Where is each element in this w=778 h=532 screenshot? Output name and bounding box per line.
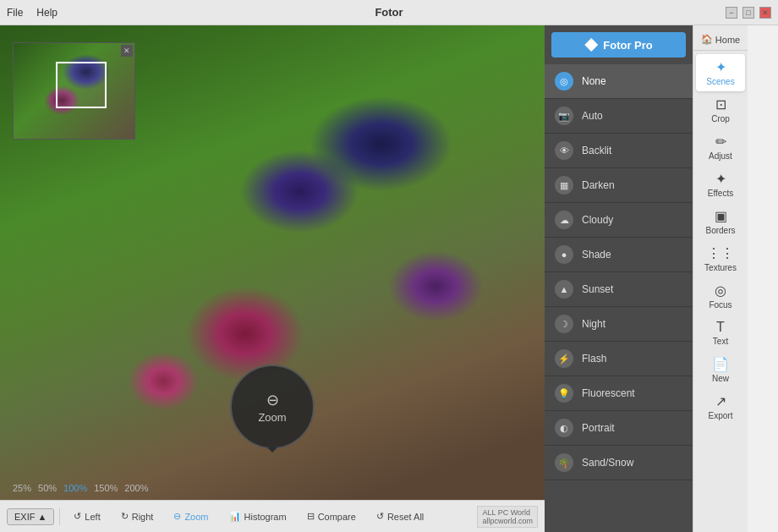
tool-icon-textures: ⋮⋮ <box>707 245 734 261</box>
menu-file[interactable]: File <box>7 7 23 19</box>
scene-label-none: None <box>582 75 606 87</box>
tool-label-crop: Crop <box>711 114 730 123</box>
scene-label-darken: Darken <box>582 179 615 191</box>
scene-icon-flash: ⚡ <box>555 349 573 368</box>
scene-icon-fluorescent: 💡 <box>555 384 573 403</box>
thumbnail-close-button[interactable]: ✕ <box>121 45 133 57</box>
canvas-image[interactable]: ✕ 25% 50% 100% 150% 200% ⊖ Zoom <box>0 25 545 500</box>
rotate-left-button[interactable]: ↺ Left <box>65 507 108 525</box>
zoom-25[interactable]: 25% <box>13 483 31 493</box>
scene-item-sandsnow[interactable]: 🌴Sand/Snow <box>545 446 693 480</box>
tool-icon-effects: ✦ <box>715 171 726 187</box>
tool-label-new: New <box>712 374 729 383</box>
title-bar: File Help Fotor − □ ✕ <box>0 0 778 25</box>
scene-icon-auto: 📷 <box>555 107 573 125</box>
scene-item-shade[interactable]: ●Shade <box>545 238 693 272</box>
home-icon: 🏠 <box>701 34 713 45</box>
compare-button[interactable]: ⊟ Compare <box>299 507 364 525</box>
zoom-thumbnail: ✕ <box>13 42 135 140</box>
tool-item-crop[interactable]: ⊡Crop <box>696 91 745 129</box>
scene-label-flash: Flash <box>582 353 606 365</box>
tool-item-textures[interactable]: ⋮⋮Textures <box>696 240 745 277</box>
scene-label-portrait: Portrait <box>582 422 615 434</box>
scene-item-sunset[interactable]: ▲Sunset <box>545 272 693 307</box>
scene-item-darken[interactable]: ▦Darken <box>545 168 693 203</box>
scene-label-auto: Auto <box>582 110 603 122</box>
tool-label-textures: Textures <box>704 263 737 272</box>
scene-icon-darken: ▦ <box>555 176 573 195</box>
bottom-toolbar: EXIF ▲ ↺ Left ↻ Right ⊖ Zoom 📊 Histogram… <box>0 500 545 532</box>
fotor-pro-button[interactable]: Fotor Pro <box>551 32 686 58</box>
scene-item-cloudy[interactable]: ☁Cloudy <box>545 203 693 238</box>
scene-label-sunset: Sunset <box>582 283 613 295</box>
fotor-pro-diamond-icon <box>584 38 598 52</box>
zoom-tooltip-icon: ⊖ <box>266 391 279 409</box>
tool-icon-new: 📄 <box>712 356 729 372</box>
tools-panel: 🏠 Home ✦Scenes⊡Crop✏Adjust✦Effects▣Borde… <box>693 25 748 532</box>
fotor-pro-label: Fotor Pro <box>603 39 653 52</box>
zoom-icon-toolbar: ⊖ <box>173 511 181 522</box>
zoom-50[interactable]: 50% <box>38 483 57 493</box>
exif-button[interactable]: EXIF ▲ <box>7 508 54 525</box>
scene-item-backlit[interactable]: 👁Backlit <box>545 134 693 168</box>
scene-item-none[interactable]: ◎None <box>545 64 693 99</box>
tool-icon-export: ↗ <box>715 393 726 409</box>
scenes-scroll-container[interactable]: ◎None📷Auto👁Backlit▦Darken☁Cloudy●Shade▲S… <box>545 64 693 532</box>
scene-icon-sandsnow: 🌴 <box>555 453 573 472</box>
scene-icon-cloudy: ☁ <box>555 211 573 229</box>
scene-item-auto[interactable]: 📷Auto <box>545 99 693 134</box>
scene-label-night: Night <box>582 318 605 330</box>
zoom-selection-box[interactable] <box>56 62 107 108</box>
minimize-button[interactable]: − <box>726 7 737 19</box>
scene-icon-none: ◎ <box>555 72 573 90</box>
tool-label-scenes: Scenes <box>706 77 734 86</box>
scene-icon-backlit: 👁 <box>555 141 573 160</box>
reset-label: Reset All <box>387 512 424 522</box>
scene-label-shade: Shade <box>582 249 611 261</box>
home-label: Home <box>715 35 740 45</box>
tool-label-borders: Borders <box>705 226 735 235</box>
tool-item-borders[interactable]: ▣Borders <box>696 203 745 240</box>
right-panel: Fotor Pro ◎None📷Auto👁Backlit▦Darken☁Clou… <box>545 25 778 532</box>
rotate-left-icon: ↺ <box>74 511 81 522</box>
watermark-line2: allpcworld.com <box>482 517 533 525</box>
scene-icon-portrait: ◐ <box>555 419 573 437</box>
scene-item-flash[interactable]: ⚡Flash <box>545 342 693 376</box>
tool-icon-focus: ◎ <box>715 282 726 299</box>
exif-arrow-icon: ▲ <box>37 512 47 522</box>
tool-item-focus[interactable]: ◎Focus <box>696 277 745 315</box>
zoom-200[interactable]: 200% <box>124 483 148 493</box>
home-button[interactable]: 🏠 Home <box>693 29 748 51</box>
scene-item-fluorescent[interactable]: 💡Fluorescent <box>545 376 693 411</box>
maximize-button[interactable]: □ <box>742 7 754 19</box>
tool-item-adjust[interactable]: ✏Adjust <box>696 129 745 166</box>
tool-label-text: Text <box>713 337 728 346</box>
tool-item-scenes[interactable]: ✦Scenes <box>696 54 745 91</box>
scene-label-backlit: Backlit <box>582 145 611 156</box>
tool-item-export[interactable]: ↗Export <box>696 388 745 425</box>
close-button[interactable]: ✕ <box>759 7 771 19</box>
scene-icon-sunset: ▲ <box>555 280 573 299</box>
histogram-label: Histogram <box>244 512 287 522</box>
scene-item-portrait[interactable]: ◐Portrait <box>545 411 693 446</box>
zoom-100[interactable]: 100% <box>63 483 87 493</box>
tool-item-new[interactable]: 📄New <box>696 351 745 388</box>
reset-icon: ↺ <box>376 511 384 522</box>
tool-label-effects: Effects <box>708 189 733 198</box>
menu-help[interactable]: Help <box>36 7 58 19</box>
zoom-tooltip: ⊖ Zoom <box>230 365 315 449</box>
tool-icon-scenes: ✦ <box>715 59 726 75</box>
tool-item-effects[interactable]: ✦Effects <box>696 166 745 203</box>
compare-label: Compare <box>318 512 356 522</box>
histogram-icon: 📊 <box>229 511 241 522</box>
tool-icon-adjust: ✏ <box>715 134 726 150</box>
compare-icon: ⊟ <box>307 511 315 522</box>
zoom-button[interactable]: ⊖ Zoom <box>165 507 216 525</box>
reset-all-button[interactable]: ↺ Reset All <box>368 507 432 525</box>
tool-item-text[interactable]: TText <box>696 315 745 351</box>
scene-item-night[interactable]: ☽Night <box>545 307 693 342</box>
histogram-button[interactable]: 📊 Histogram <box>221 507 295 525</box>
zoom-150[interactable]: 150% <box>94 483 118 493</box>
tool-label-export: Export <box>709 411 733 420</box>
rotate-right-button[interactable]: ↻ Right <box>112 507 162 525</box>
